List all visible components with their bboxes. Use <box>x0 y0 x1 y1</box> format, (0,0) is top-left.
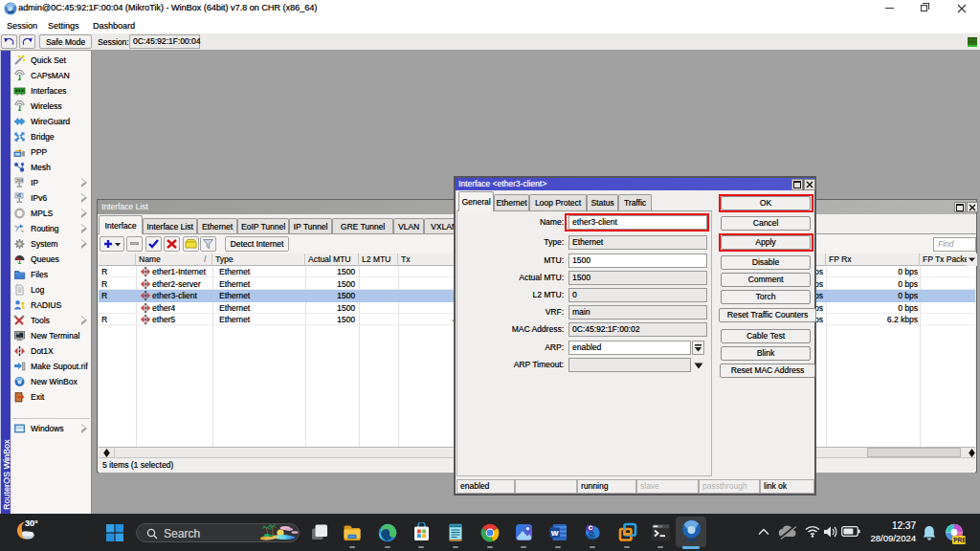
svg-text:v6: v6 <box>16 193 21 198</box>
svg-text:253: 253 <box>16 178 23 183</box>
svg-text:W: W <box>551 529 559 538</box>
svg-text:PRE: PRE <box>953 537 966 543</box>
